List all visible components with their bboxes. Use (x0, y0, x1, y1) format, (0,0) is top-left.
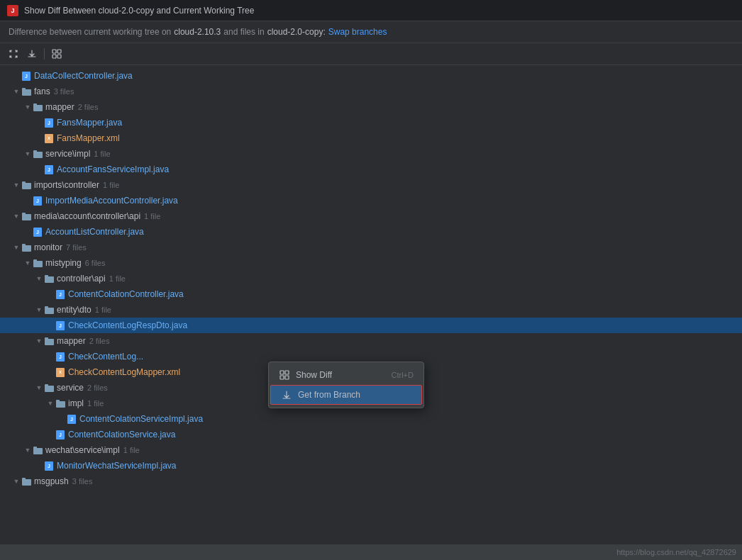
folder-icon (33, 149, 43, 159)
tree-item[interactable]: ▼ wechat\service\impl1 file (0, 442, 742, 458)
tree-indent-spacer (34, 118, 44, 128)
tree-count: 1 file (95, 306, 111, 314)
tree-item[interactable]: J AccountListController.java (0, 224, 742, 240)
java-file-icon: J (21, 71, 31, 81)
tree-item[interactable]: J CheckContentLogRespDto.java (0, 318, 742, 333)
status-bar-url: https://blog.csdn.net/qq_42872629 (616, 548, 736, 556)
svg-rect-6 (280, 376, 284, 379)
show-diff-menu-item[interactable]: Show DiffCtrl+D (269, 365, 423, 385)
tree-count: 2 files (78, 103, 99, 111)
tree-item[interactable]: J ContentColationController.java (0, 286, 742, 302)
tree-item[interactable]: ▼ media\account\controller\api1 file (0, 208, 742, 224)
tree-arrow[interactable]: ▼ (23, 445, 33, 455)
tree-item[interactable]: ▼ mistyping6 files (0, 255, 742, 271)
tree-indent-spacer (45, 289, 55, 299)
tree-item[interactable]: ▼ controller\api1 file (0, 271, 742, 286)
tree-file-label: ContentColationService.java (68, 430, 175, 439)
tree-item[interactable]: ▼ entity\dto1 file (0, 302, 742, 318)
tree-file-label: CheckContentLog... (68, 352, 143, 362)
tree-arrow[interactable]: ▼ (45, 398, 55, 408)
tree-count: 7 files (66, 243, 87, 252)
tree-arrow[interactable]: ▼ (23, 102, 33, 112)
get-from-branch-icon (281, 389, 292, 401)
tree-item[interactable]: ▼ msgpush3 files (0, 474, 742, 489)
tree-file-label: MonitorWechatServiceImpl.java (57, 461, 177, 471)
app-icon: J (7, 5, 18, 16)
tree-arrow[interactable]: ▼ (11, 86, 21, 96)
folder-icon (55, 398, 65, 408)
svg-rect-1 (57, 50, 61, 53)
tree-item[interactable]: J DataCollectController.java (0, 68, 742, 84)
tree-folder-label: controller\api (57, 274, 106, 284)
tree-file-label: ContentColationServiceImpl.java (79, 414, 203, 424)
tree-arrow[interactable]: ▼ (11, 242, 21, 252)
tree-item[interactable]: ▼ imports\controller1 file (0, 177, 742, 193)
tree-count: 1 file (123, 446, 140, 454)
download-button[interactable] (24, 46, 40, 62)
tree-count: 6 files (85, 259, 106, 267)
tree-folder-label: fans (34, 86, 50, 96)
java-file-icon: J (33, 227, 43, 237)
svg-rect-7 (285, 376, 289, 379)
tree-folder-label: service (57, 383, 84, 393)
get-from-branch-menu-item[interactable]: Get from Branch (270, 385, 422, 405)
tree-indent-spacer (57, 414, 67, 424)
tree-indent-spacer (45, 367, 55, 377)
tree-arrow[interactable]: ▼ (23, 258, 33, 268)
tree-item[interactable]: ▼ service\impl1 file (0, 146, 742, 162)
group-button[interactable] (49, 46, 65, 62)
tree-count: 2 files (89, 337, 110, 345)
tree-indent-spacer (34, 164, 44, 174)
tree-item[interactable]: ▼ mapper2 files (0, 99, 742, 115)
tree-item[interactable]: J ContentColationServiceImpl.java (0, 411, 742, 427)
context-menu: Show DiffCtrl+D Get from Branch (268, 362, 424, 408)
tree-file-label: AccountFansServiceImpl.java (57, 164, 169, 174)
tree-file-label: CheckContentLogRespDto.java (68, 320, 187, 330)
tree-count: 1 file (87, 399, 104, 408)
tree-folder-label: media\account\controller\api (34, 211, 140, 221)
tree-indent-spacer (23, 227, 33, 237)
tree-count: 1 file (144, 212, 160, 220)
tree-arrow[interactable]: ▼ (11, 211, 21, 221)
java-file-icon: J (55, 430, 65, 439)
tree-item[interactable]: J ContentColationService.java (0, 427, 742, 442)
tree-item[interactable]: X FansMapper.xml (0, 130, 742, 146)
tree-folder-label: impl (68, 398, 84, 408)
folder-icon (21, 242, 31, 252)
tree-item[interactable]: J ImportMediaAccountController.java (0, 193, 742, 208)
tree-item[interactable]: ▼ monitor7 files (0, 240, 742, 255)
tree-item[interactable]: J FansMapper.java (0, 115, 742, 130)
tree-file-label: CheckContentLogMapper.xml (68, 367, 180, 377)
tree-arrow[interactable]: ▼ (34, 336, 44, 346)
tree-item[interactable]: J AccountFansServiceImpl.java (0, 162, 742, 177)
status-bar: https://blog.csdn.net/qq_42872629 (0, 544, 742, 560)
context-menu-shortcut: Ctrl+D (392, 371, 414, 379)
folder-icon (33, 445, 43, 455)
swap-branches-link[interactable]: Swap branches (328, 27, 387, 37)
java-file-icon: J (67, 414, 77, 424)
expand-collapse-button[interactable] (6, 46, 21, 62)
java-file-icon: J (44, 461, 54, 471)
tree-arrow[interactable]: ▼ (23, 149, 33, 159)
java-file-icon: J (33, 196, 43, 206)
tree-arrow[interactable]: ▼ (34, 305, 44, 315)
folder-icon (44, 274, 54, 284)
tree-item[interactable]: ▼ fans3 files (0, 84, 742, 99)
tree-folder-label: msgpush (34, 476, 69, 486)
tree-folder-label: mistyping (45, 258, 82, 268)
tree-file-label: DataCollectController.java (34, 71, 133, 81)
tree-arrow[interactable]: ▼ (34, 383, 44, 393)
tree-arrow[interactable]: ▼ (11, 476, 21, 486)
title-bar: J Show Diff Between cloud-2.0-copy and C… (0, 0, 742, 21)
tree-item[interactable]: J MonitorWechatServiceImpl.java (0, 458, 742, 474)
tree-indent-spacer (34, 461, 44, 471)
tree-count: 1 file (109, 274, 126, 283)
tree-indent-spacer (45, 320, 55, 330)
tree-arrow[interactable]: ▼ (34, 274, 44, 284)
tree-indent-spacer (11, 71, 21, 81)
toolbar (0, 43, 742, 65)
tree-item[interactable]: ▼ mapper2 files (0, 333, 742, 349)
tree-arrow[interactable]: ▼ (11, 180, 21, 190)
java-file-icon: J (55, 289, 65, 299)
tree-indent-spacer (45, 430, 55, 439)
